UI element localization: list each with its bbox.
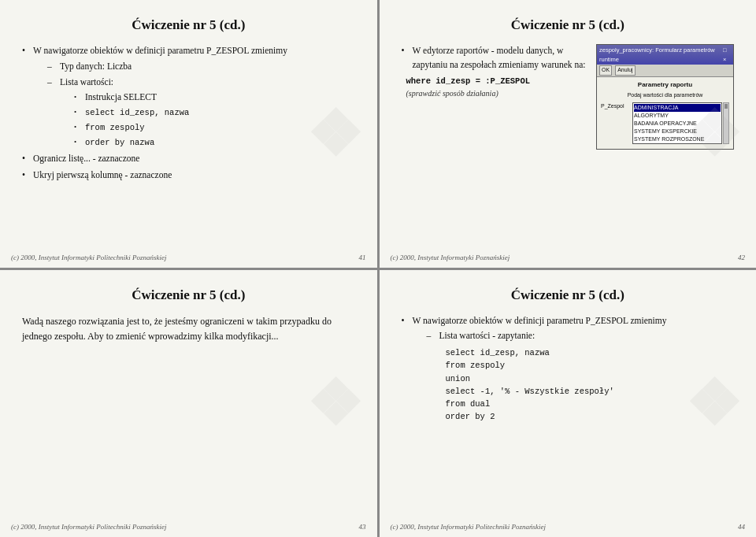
- slide-42-title: Ćwiczenie nr 5 (cd.): [402, 17, 735, 33]
- list-item: Ogranicz listę... - zaznaczone: [22, 152, 355, 166]
- slide-44-footer: (c) 2000, Instytut Informatyki Politechn…: [380, 523, 757, 531]
- footer-left: (c) 2000, Instytut Informatyki Politechn…: [11, 523, 166, 531]
- ss-body: Parametry raportu Podaj wartości dla par…: [597, 77, 733, 149]
- slide-41-content: W nawigatorze obiektów w definicji param…: [22, 44, 355, 182]
- ss-param-label: P_Zespol: [601, 102, 632, 111]
- footer-right: 42: [738, 254, 745, 261]
- list-item: W nawigatorze obiektów w definicji param…: [22, 44, 355, 150]
- slide-grid: Ćwiczenie nr 5 (cd.) W nawigatorze obiek…: [0, 0, 756, 537]
- list-item: W edytorze raportów - modelu danych, w z…: [402, 44, 735, 72]
- ss-scrollbar[interactable]: [723, 102, 729, 144]
- sub-sub-item: order by nazwa: [74, 135, 355, 150]
- footer-left: (c) 2000, Instytut Informatyki Politechn…: [391, 523, 546, 531]
- code-line-1: from zespoly: [446, 359, 735, 372]
- footer-left: (c) 2000, Instytut Informatyki Politechn…: [11, 254, 166, 261]
- sub-item: Lista wartości: Instrukcja SELECT select…: [47, 76, 355, 150]
- list-item: Ukryj pierwszą kolumnę - zaznaczone: [22, 169, 355, 183]
- slide-41-title: Ćwiczenie nr 5 (cd.): [22, 17, 355, 33]
- sub-sub-item: from zespoly: [74, 120, 355, 135]
- slide-43-footer: (c) 2000, Instytut Informatyki Politechn…: [0, 523, 377, 531]
- slide-44: Ćwiczenie nr 5 (cd.) W nawigatorze obiek…: [380, 270, 757, 538]
- ss-listbox: ADMINISTRACJA ALGORYTMY BADANIA OPERACYJ…: [632, 102, 722, 144]
- code-line-4: from dual: [446, 398, 735, 410]
- slide-43-para: Wadą naszego rozwiązania jest to, że jes…: [22, 314, 355, 344]
- watermark: ❖: [306, 367, 363, 440]
- slide-41: Ćwiczenie nr 5 (cd.) W nawigatorze obiek…: [0, 0, 377, 268]
- list-item: W nawigatorze obiektów w definicji param…: [402, 314, 735, 424]
- ss-list-item-3: SYSTEMY EKSPERCKIE: [634, 128, 721, 135]
- ss-header: Parametry raportu: [601, 80, 729, 90]
- slide-44-content: W nawigatorze obiektów w definicji param…: [402, 314, 735, 424]
- footer-right: 41: [359, 254, 366, 261]
- slide-44-title: Ćwiczenie nr 5 (cd.): [402, 287, 735, 303]
- sub-sub-item: Instrukcja SELECT: [74, 91, 355, 105]
- footer-right: 44: [738, 523, 745, 531]
- code-line-5: order by 2: [446, 410, 735, 423]
- sub-item: Lista wartości - zapytanie: select id_ze…: [427, 329, 735, 423]
- ss-list-item-0: ADMINISTRACJA: [634, 104, 721, 112]
- code-line-2: union: [446, 372, 735, 385]
- ss-subheader: Podaj wartości dla parametrów: [601, 91, 729, 100]
- slide-42-footer: (c) 2000, Instytut Informatyki Poznański…: [380, 254, 757, 261]
- footer-left: (c) 2000, Instytut Informatyki Poznański…: [391, 254, 510, 261]
- code-line-3: select -1, '% - Wszystkie zespoły': [446, 385, 735, 398]
- ss-list-item-2: BADANIA OPERACYJNE: [634, 120, 721, 128]
- slide-43: Ćwiczenie nr 5 (cd.) Wadą naszego rozwią…: [0, 270, 377, 538]
- slide-43-title: Ćwiczenie nr 5 (cd.): [22, 287, 355, 303]
- footer-right: 43: [359, 523, 366, 531]
- slide-42: Ćwiczenie nr 5 (cd.) zespoly_pracownicy:…: [380, 0, 757, 268]
- sub-item: Typ danych: Liczba: [47, 60, 355, 74]
- slide-43-content: Wadą naszego rozwiązania jest to, że jes…: [22, 314, 355, 344]
- slide-41-footer: (c) 2000, Instytut Informatyki Politechn…: [0, 254, 377, 261]
- ss-param-row: P_Zespol ADMINISTRACJA ALGORYTMY BADANIA…: [601, 102, 729, 144]
- sub-sub-item: select id_zesp, nazwa: [74, 106, 355, 120]
- ss-list-item-4: SYSTEMY ROZPROSZONE: [634, 135, 721, 143]
- ss-list-item-1: ALGORYTMY: [634, 112, 721, 120]
- code-line-0: select id_zesp, nazwa: [446, 346, 735, 359]
- slide-42-content: zespoly_pracownicy: Formularz parametrów…: [402, 44, 735, 99]
